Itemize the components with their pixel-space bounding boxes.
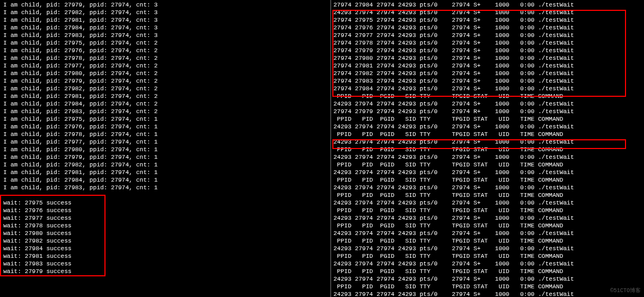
ps-process-line: 24293 27974 27974 24293 pts/0 27974 S+ 1… (333, 290, 642, 297)
child-output-line: I am child, pid: 27975, ppid: 27974, cnt… (3, 115, 327, 123)
child-output-line: I am child, pid: 27984, ppid: 27974, cnt… (3, 24, 327, 32)
child-output-line: I am child, pid: 27979, ppid: 27974, cnt… (3, 153, 327, 161)
child-output-line: I am child, pid: 27982, ppid: 27974, cnt… (3, 161, 327, 169)
child-output-line: I am child, pid: 27975, ppid: 27974, cnt… (3, 39, 327, 47)
ps-process-line: 27974 27979 27974 24293 pts/0 27974 R+ 1… (333, 108, 642, 115)
ps-header-line: PPID PID PGID SID TTY TPGID STAT UID TIM… (333, 115, 642, 123)
child-output-line: I am child, pid: 27977, ppid: 27974, cnt… (3, 62, 327, 70)
wait-output-line: wait: 27977 success (3, 214, 327, 222)
ps-process-line: 27974 27984 27974 24293 pts/0 27974 S+ 1… (333, 85, 642, 92)
ps-process-line: 27974 27980 27974 24293 pts/0 27974 S+ 1… (333, 54, 642, 62)
wait-output-line: wait: 27976 success (3, 207, 327, 214)
ps-process-line: 24293 27974 27974 24293 pts/0 27974 S+ 1… (333, 138, 642, 146)
ps-process-line: 24293 27974 27974 24293 pts/0 27974 S+ 1… (333, 230, 642, 237)
child-output-line: I am child, pid: 27976, ppid: 27974, cnt… (3, 123, 327, 131)
child-output-line: I am child, pid: 27981, ppid: 27974, cnt… (3, 92, 327, 100)
child-output-line: I am child, pid: 27984, ppid: 27974, cnt… (3, 176, 327, 184)
ps-process-line: 27974 27976 27974 24293 pts/0 27974 S+ 1… (333, 24, 642, 32)
ps-process-line: 27974 27984 27974 24293 pts/0 27974 S+ 1… (333, 1, 642, 9)
ps-header-line: PPID PID PGID SID TTY TPGID STAT UID TIM… (333, 268, 642, 275)
child-output-line: I am child, pid: 27983, ppid: 27974, cnt… (3, 108, 327, 115)
wait-output-line: wait: 27979 success (3, 268, 327, 275)
ps-process-line: 27974 27977 27974 24293 pts/0 27974 S+ 1… (333, 32, 642, 39)
ps-process-line: 27974 27983 27974 24293 pts/0 27974 S+ 1… (333, 77, 642, 85)
ps-header-line: PPID PID PGID SID TTY TPGID STAT UID TIM… (333, 222, 642, 230)
ps-process-line: 27974 27979 27974 24293 pts/0 27974 S+ 1… (333, 47, 642, 54)
child-output-line: I am child, pid: 27982, ppid: 27974, cnt… (3, 9, 327, 16)
ps-header-line: PPID PID PGID SID TTY TPGID STAT UID TIM… (333, 176, 642, 184)
wait-output-line: wait: 27978 success (3, 222, 327, 230)
child-output-line: I am child, pid: 27979, ppid: 27974, cnt… (3, 1, 327, 9)
child-output-line: I am child, pid: 27976, ppid: 27974, cnt… (3, 47, 327, 54)
ps-process-line: 24293 27974 27974 24293 pts/0 27974 S+ 1… (333, 245, 642, 252)
ps-process-line: 24293 27974 27974 24293 pts/0 27974 S+ 1… (333, 153, 642, 161)
ps-header-line: PPID PID PGID SID TTY TPGID STAT UID TIM… (333, 207, 642, 214)
ps-process-line: 24293 27974 27974 24293 pts/0 27974 S+ 1… (333, 275, 642, 283)
ps-process-line: 27974 27975 27974 24293 pts/0 27974 S+ 1… (333, 16, 642, 24)
ps-process-line: 27974 27981 27974 24293 pts/0 27974 S+ 1… (333, 62, 642, 70)
child-output-line: I am child, pid: 27978, ppid: 27974, cnt… (3, 131, 327, 138)
child-output-line: I am child, pid: 27981, ppid: 27974, cnt… (3, 16, 327, 24)
ps-process-line: 24293 27974 27974 24293 pts/0 27974 S+ 1… (333, 9, 642, 16)
ps-process-line: 27974 27978 27974 24293 pts/0 27974 S+ 1… (333, 39, 642, 47)
wait-output-line: wait: 27983 success (3, 260, 327, 268)
ps-header-line: PPID PID PGID SID TTY TPGID STAT UID TIM… (333, 191, 642, 199)
wait-output-line: wait: 27981 success (3, 252, 327, 260)
terminal-left[interactable]: I am child, pid: 27979, ppid: 27974, cnt… (0, 0, 331, 297)
child-output-line: I am child, pid: 27983, ppid: 27974, cnt… (3, 184, 327, 191)
ps-header-line: PPID PID PGID SID TTY TPGID STAT UID TIM… (333, 252, 642, 260)
wait-output-line: wait: 27982 success (3, 237, 327, 245)
child-output-line: I am child, pid: 27984, ppid: 27974, cnt… (3, 100, 327, 108)
ps-header-line: PPID PID PGID SID TTY TPGID STAT UID TIM… (333, 237, 642, 245)
watermark: ©51CTO博客 (610, 287, 641, 295)
ps-process-line: 24293 27974 27974 24293 pts/0 27974 S+ 1… (333, 123, 642, 131)
wait-output-line: wait: 27980 success (3, 230, 327, 237)
ps-header-line: PPID PID PGID SID TTY TPGID STAT UID TIM… (333, 146, 642, 153)
ps-header-line: PPID PID PGID SID TTY TPGID STAT UID TIM… (333, 92, 642, 100)
wait-output-line: wait: 27984 success (3, 245, 327, 252)
child-output-line: I am child, pid: 27982, ppid: 27974, cnt… (3, 85, 327, 92)
child-output-line: I am child, pid: 27978, ppid: 27974, cnt… (3, 54, 327, 62)
ps-process-line: 27974 27982 27974 24293 pts/0 27974 S+ 1… (333, 70, 642, 77)
child-output-line: I am child, pid: 27977, ppid: 27974, cnt… (3, 138, 327, 146)
ps-process-line: 24293 27974 27974 24293 pts/0 27974 S+ 1… (333, 260, 642, 268)
ps-process-line: 24293 27974 27974 24293 pts/0 27974 S+ 1… (333, 199, 642, 207)
blank-line (3, 191, 327, 199)
child-output-line: I am child, pid: 27980, ppid: 27974, cnt… (3, 70, 327, 77)
terminal-right[interactable]: 27974 27984 27974 24293 pts/0 27974 S+ 1… (331, 0, 644, 297)
ps-header-line: PPID PID PGID SID TTY TPGID STAT UID TIM… (333, 283, 642, 290)
child-output-line: I am child, pid: 27983, ppid: 27974, cnt… (3, 32, 327, 39)
child-output-line: I am child, pid: 27980, ppid: 27974, cnt… (3, 146, 327, 153)
ps-header-line: PPID PID PGID SID TTY TPGID STAT UID TIM… (333, 131, 642, 138)
child-output-line: I am child, pid: 27979, ppid: 27974, cnt… (3, 77, 327, 85)
ps-process-line: 24293 27974 27974 24293 pts/0 27974 S+ 1… (333, 214, 642, 222)
wait-output-line: wait: 27975 success (3, 199, 327, 207)
ps-process-line: 24293 27974 27974 24293 pts/0 27974 S+ 1… (333, 100, 642, 108)
ps-process-line: 24293 27974 27974 24293 pts/0 27974 S+ 1… (333, 169, 642, 176)
ps-header-line: PPID PID PGID SID TTY TPGID STAT UID TIM… (333, 161, 642, 169)
ps-process-line: 24293 27974 27974 24293 pts/0 27974 S+ 1… (333, 184, 642, 191)
child-output-line: I am child, pid: 27981, ppid: 27974, cnt… (3, 169, 327, 176)
